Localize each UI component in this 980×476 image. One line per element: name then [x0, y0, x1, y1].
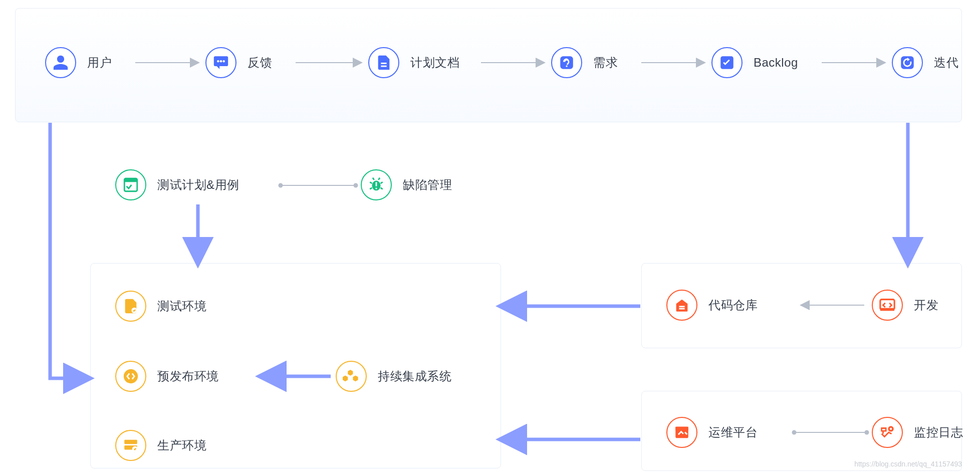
svg-point-13 [124, 369, 138, 383]
node-requirements-label: 需求 [593, 55, 618, 71]
iteration-icon [892, 47, 923, 78]
node-defects: 缺陷管理 [361, 169, 452, 200]
svg-rect-20 [880, 308, 894, 311]
svg-rect-10 [376, 182, 377, 186]
node-production: 生产环境 [115, 430, 206, 461]
defects-icon [361, 169, 392, 200]
node-pre-release: 预发布环境 [115, 361, 219, 392]
svg-rect-8 [124, 178, 137, 182]
pre-release-icon [115, 361, 146, 392]
requirements-icon [551, 47, 582, 78]
node-monitor-logs: 监控日志 [872, 417, 963, 448]
node-feedback: 反馈 [205, 47, 272, 78]
planning-stage-group [15, 8, 962, 122]
node-development-label: 开发 [914, 297, 938, 313]
svg-rect-11 [376, 188, 377, 189]
monitor-logs-icon [872, 417, 903, 448]
node-backlog: Backlog [711, 47, 798, 78]
svg-point-2 [220, 60, 222, 63]
node-ops-platform: 运维平台 [666, 417, 758, 448]
user-icon [45, 47, 76, 78]
node-pre-release-label: 预发布环境 [157, 368, 219, 384]
node-plan-doc-label: 计划文档 [410, 55, 459, 71]
repository-icon [666, 290, 697, 321]
node-test-plan-cases: 测试计划&用例 [115, 169, 239, 200]
svg-rect-18 [679, 308, 684, 310]
svg-rect-4 [560, 56, 573, 69]
svg-point-24 [890, 428, 892, 430]
node-user: 用户 [45, 47, 112, 78]
watermark-text: https://blog.csdn.net/qq_41157493 [854, 460, 962, 468]
node-test-env-label: 测试环境 [157, 298, 206, 314]
node-test-env: 测试环境 [115, 291, 206, 322]
node-iteration: 迭代 [892, 47, 958, 78]
ops-platform-icon [666, 417, 697, 448]
svg-rect-17 [679, 306, 684, 307]
development-icon [872, 290, 903, 321]
node-requirements: 需求 [551, 47, 618, 78]
node-ops-platform-label: 运维平台 [708, 424, 758, 440]
svg-point-3 [222, 60, 225, 63]
diagram-canvas: 用户 反馈 计划文档 需求 Backlog 迭代 测试计划 [0, 0, 980, 476]
node-monitor-logs-label: 监控日志 [914, 424, 963, 440]
node-user-label: 用户 [87, 55, 112, 71]
node-plan-doc: 计划文档 [368, 47, 459, 78]
svg-rect-14 [124, 440, 137, 444]
svg-rect-19 [880, 300, 894, 310]
node-backlog-label: Backlog [754, 56, 798, 70]
ci-system-icon [336, 361, 367, 392]
svg-point-1 [217, 60, 219, 63]
svg-rect-22 [675, 427, 688, 430]
node-iteration-label: 迭代 [934, 55, 958, 71]
node-development: 开发 [872, 290, 938, 321]
node-repository-label: 代码仓库 [708, 297, 758, 313]
feedback-icon [205, 47, 236, 78]
node-ci-system: 持续集成系统 [336, 361, 451, 392]
node-defects-label: 缺陷管理 [403, 177, 452, 193]
backlog-icon [711, 47, 743, 78]
test-env-icon [115, 291, 146, 322]
node-ci-system-label: 持续集成系统 [378, 368, 451, 384]
node-production-label: 生产环境 [157, 437, 206, 453]
production-icon [115, 430, 146, 461]
node-feedback-label: 反馈 [248, 55, 272, 71]
test-plan-icon [115, 169, 146, 200]
node-test-plan-label: 测试计划&用例 [157, 177, 239, 193]
node-repository: 代码仓库 [666, 290, 758, 321]
plan-doc-icon [368, 47, 399, 78]
